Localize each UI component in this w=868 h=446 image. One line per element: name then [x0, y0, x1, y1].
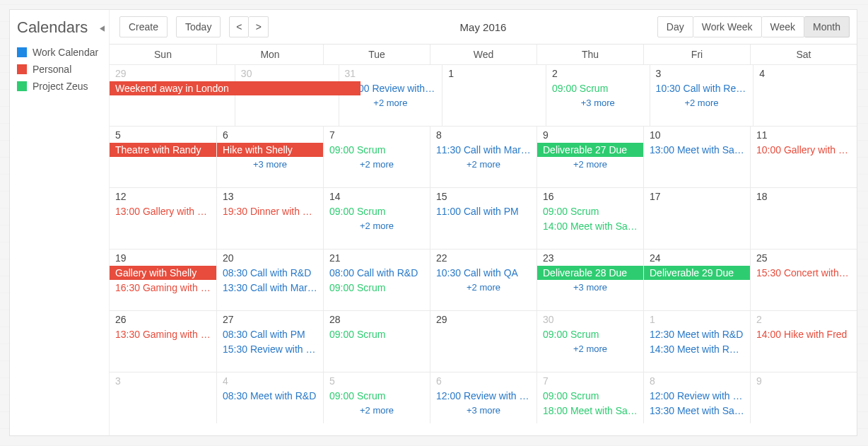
more-events-link[interactable]: +3 more: [430, 404, 536, 416]
day-cell[interactable]: 2809:00 Scrum: [323, 311, 430, 372]
more-events-link[interactable]: +2 more: [537, 342, 643, 354]
calendar-event[interactable]: 09:00 Scrum: [324, 143, 430, 157]
more-events-link[interactable]: +3 more: [546, 96, 650, 108]
day-cell[interactable]: 2515:30 Concert with Sh...: [750, 250, 857, 310]
calendar-event[interactable]: 10:30 Call with QA: [430, 266, 536, 280]
calendar-event[interactable]: 09:00 Scrum: [324, 204, 430, 218]
today-button[interactable]: Today: [176, 16, 221, 37]
day-cell[interactable]: 1409:00 Scrum+2 more: [323, 188, 430, 249]
more-events-link[interactable]: +2 more: [650, 96, 753, 108]
day-cell[interactable]: 9Deliverable 27 Due+2 more: [536, 127, 643, 187]
more-events-link[interactable]: +2 more: [324, 404, 430, 416]
calendar-event[interactable]: 10:30 Call with Release: [650, 81, 753, 95]
calendar-event[interactable]: 15:30 Review with PM: [217, 342, 323, 356]
day-cell[interactable]: 2108:00 Call with R&D09:00 Scrum: [323, 250, 430, 310]
calendar-event[interactable]: 12:00 Review with Dev...: [644, 389, 750, 403]
calendar-event[interactable]: 12:30 Meet with R&D: [644, 327, 750, 341]
day-cell[interactable]: 29Weekend away in London: [110, 65, 235, 126]
day-cell[interactable]: 3109:00 Review with Dev...+2 more: [339, 65, 442, 126]
view-workweek[interactable]: Work Week: [693, 16, 762, 37]
day-cell[interactable]: 812:00 Review with Dev...13:30 Meet with…: [643, 372, 750, 423]
day-cell[interactable]: 408:30 Meet with R&D: [216, 372, 323, 423]
view-week[interactable]: Week: [762, 16, 805, 37]
day-cell[interactable]: 1: [442, 65, 546, 126]
day-cell[interactable]: 30+2 more: [235, 65, 339, 126]
day-cell[interactable]: 811:30 Call with Marketi...+2 more: [430, 127, 536, 187]
calendar-event[interactable]: 09:00 Scrum: [537, 389, 643, 403]
calendar-event[interactable]: 13:30 Meet with Sales: [644, 404, 750, 418]
calendar-event[interactable]: 11:00 Call with PM: [430, 204, 536, 218]
day-cell[interactable]: 2210:30 Call with QA+2 more: [430, 250, 536, 310]
more-events-link[interactable]: +2 more: [324, 158, 430, 170]
day-cell[interactable]: 23Deliverable 28 Due+3 more: [536, 250, 643, 310]
day-cell[interactable]: 29: [430, 311, 536, 372]
day-cell[interactable]: 709:00 Scrum18:00 Meet with Sales: [536, 372, 643, 423]
day-cell[interactable]: 1609:00 Scrum14:00 Meet with Sales: [536, 188, 643, 249]
calendar-event[interactable]: 13:30 Call with Marketi...: [217, 281, 323, 295]
calendar-event[interactable]: 14:00 Meet with Sales: [537, 219, 643, 233]
day-cell[interactable]: 209:00 Scrum+3 more: [546, 65, 650, 126]
day-cell[interactable]: 1013:00 Meet with Sales: [643, 127, 750, 187]
day-cell[interactable]: 24Deliverable 29 Due: [643, 250, 750, 310]
calendar-event[interactable]: 10:00 Gallery with Elena: [751, 143, 857, 157]
day-cell[interactable]: 5Theatre with Randy: [110, 127, 216, 187]
calendar-event[interactable]: 13:00 Gallery with Fred: [110, 204, 216, 218]
calendar-event[interactable]: 09:00 Scrum: [537, 327, 643, 341]
day-cell[interactable]: 17: [643, 188, 750, 249]
day-cell[interactable]: 214:00 Hike with Fred: [750, 311, 857, 372]
view-day[interactable]: Day: [657, 16, 693, 37]
more-events-link[interactable]: +3 more: [217, 158, 323, 170]
calendar-event[interactable]: 08:30 Meet with R&D: [217, 389, 323, 403]
more-events-link[interactable]: +3 more: [537, 281, 643, 293]
more-events-link[interactable]: +2 more: [324, 219, 430, 231]
legend-item[interactable]: Personal: [17, 64, 105, 75]
day-cell[interactable]: 612:00 Review with PM+3 more: [430, 372, 536, 423]
day-cell[interactable]: 509:00 Scrum+2 more: [323, 372, 430, 423]
calendar-event[interactable]: Deliverable 28 Due: [537, 266, 643, 280]
day-cell[interactable]: 1319:30 Dinner with Mitch: [216, 188, 323, 249]
day-cell[interactable]: 4: [753, 65, 857, 126]
calendar-event[interactable]: 09:00 Scrum: [537, 204, 643, 218]
calendar-event[interactable]: Hike with Shelly: [217, 143, 323, 157]
calendar-event[interactable]: Gallery with Shelly: [110, 266, 216, 280]
calendar-event[interactable]: 16:30 Gaming with Mit...: [110, 281, 216, 295]
calendar-event[interactable]: 08:30 Call with PM: [217, 327, 323, 341]
calendar-event[interactable]: Theatre with Randy: [110, 143, 216, 157]
calendar-event[interactable]: Deliverable 27 Due: [537, 143, 643, 157]
day-cell[interactable]: 3: [110, 372, 216, 423]
calendar-event[interactable]: 09:00 Scrum: [324, 327, 430, 341]
calendar-event[interactable]: Deliverable 29 Due: [644, 266, 750, 280]
legend-item[interactable]: Project Zeus: [17, 81, 105, 92]
create-button[interactable]: Create: [119, 16, 168, 37]
more-events-link[interactable]: +2 more: [430, 281, 536, 293]
day-cell[interactable]: 310:30 Call with Release+2 more: [650, 65, 753, 126]
day-cell[interactable]: 1110:00 Gallery with Elena: [750, 127, 857, 187]
day-cell[interactable]: 1511:00 Call with PM: [430, 188, 536, 249]
calendar-event[interactable]: 14:30 Meet with Relea...: [644, 342, 750, 356]
collapse-sidebar-icon[interactable]: ◂: [100, 20, 105, 34]
calendar-event[interactable]: 09:00 Scrum: [324, 281, 430, 295]
more-events-link[interactable]: +2 more: [339, 96, 442, 108]
day-cell[interactable]: 2613:30 Gaming with Ra...: [110, 311, 216, 372]
calendar-event[interactable]: 15:30 Concert with Sh...: [751, 266, 857, 280]
day-cell[interactable]: 18: [750, 188, 857, 249]
day-cell[interactable]: 112:30 Meet with R&D14:30 Meet with Rele…: [643, 311, 750, 372]
prev-button[interactable]: <: [229, 16, 249, 37]
more-events-link[interactable]: +2 more: [430, 158, 536, 170]
day-cell[interactable]: 2008:30 Call with R&D13:30 Call with Mar…: [216, 250, 323, 310]
calendar-event[interactable]: 18:00 Meet with Sales: [537, 404, 643, 418]
calendar-event[interactable]: 09:00 Scrum: [546, 81, 650, 95]
calendar-event[interactable]: 12:00 Review with PM: [430, 389, 536, 403]
calendar-event[interactable]: 11:30 Call with Marketi...: [430, 143, 536, 157]
day-cell[interactable]: 9: [750, 372, 857, 423]
calendar-event[interactable]: 13:30 Gaming with Ra...: [110, 327, 216, 341]
day-cell[interactable]: 1213:00 Gallery with Fred: [110, 188, 216, 249]
calendar-event[interactable]: Weekend away in London: [110, 81, 360, 95]
day-cell[interactable]: 2708:30 Call with PM15:30 Review with PM: [216, 311, 323, 372]
calendar-event[interactable]: 08:30 Call with R&D: [217, 266, 323, 280]
next-button[interactable]: >: [249, 16, 269, 37]
view-month[interactable]: Month: [804, 16, 850, 37]
more-events-link[interactable]: +2 more: [537, 158, 643, 170]
calendar-event[interactable]: 14:00 Hike with Fred: [751, 327, 857, 341]
calendar-event[interactable]: 19:30 Dinner with Mitch: [217, 204, 323, 218]
